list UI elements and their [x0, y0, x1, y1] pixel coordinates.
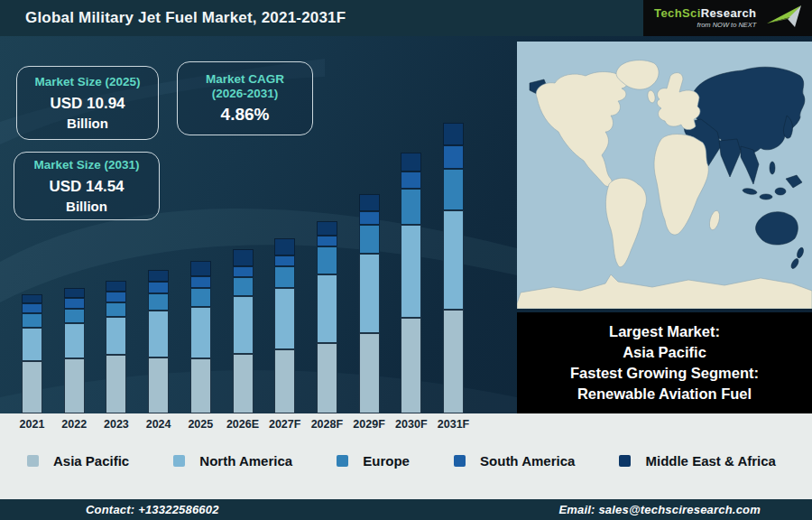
legend-label: Middle East & Africa [645, 453, 775, 469]
x-tick-2031F: 2031F [438, 418, 469, 431]
legend-swatch-europe [337, 455, 348, 467]
segment-asia-pacific [317, 343, 337, 413]
segment-europe [443, 169, 464, 210]
main-panel: Market Size (2025) USD 10.94 Billion Mar… [0, 36, 812, 413]
x-tick-2025: 2025 [188, 418, 213, 431]
segment-north-america [106, 317, 126, 355]
brand-logo: TechSciResearch from NOW to NEXT [643, 0, 812, 36]
segment-south-america [233, 266, 254, 277]
segment-middle-east-africa [274, 238, 295, 255]
stat-box-market-size-2025: Market Size (2025) USD 10.94 Billion [16, 66, 159, 140]
brand-logo-text: TechSciResearch from NOW to NEXT [654, 7, 756, 29]
segment-asia-pacific [22, 361, 42, 413]
map-australia [756, 212, 798, 245]
stat-label: Market Size (2025) [34, 75, 140, 89]
legend-label: Asia Pacific [53, 453, 129, 469]
segment-north-america [401, 225, 421, 318]
legend-swatch-south-america [454, 455, 466, 467]
legend: Asia PacificNorth AmericaEuropeSouth Ame… [0, 453, 812, 469]
brand-tagline: from NOW to NEXT [654, 22, 756, 29]
legend-item-asia-pacific: Asia Pacific [27, 453, 129, 469]
market-info-box: Largest Market: Asia Pacific Fastest Gro… [517, 312, 812, 413]
segment-europe [359, 225, 380, 254]
bar-2031F [443, 123, 464, 413]
segment-middle-east-africa [317, 221, 337, 236]
infographic: Global Military Jet Fuel Market, 2021-20… [0, 0, 812, 520]
segment-south-america [274, 255, 295, 266]
world-map [517, 42, 812, 309]
stat-box-market-size-2031: Market Size (2031) USD 14.54 Billion [14, 152, 160, 220]
x-tick-2024: 2024 [146, 418, 171, 431]
bar-2026E [233, 249, 254, 413]
brand-name-secondary: Research [701, 6, 757, 20]
title-bar: Global Military Jet Fuel Market, 2021-20… [0, 0, 643, 36]
segment-middle-east-africa [233, 249, 254, 266]
segment-south-america [359, 211, 380, 225]
info-line: Largest Market: [609, 321, 720, 342]
x-tick-2026E: 2026E [226, 418, 259, 431]
x-tick-2029F: 2029F [353, 418, 384, 431]
bar-2028F [317, 221, 337, 413]
segment-north-america [64, 323, 85, 358]
header: Global Military Jet Fuel Market, 2021-20… [0, 0, 812, 36]
segment-europe [233, 277, 254, 296]
segment-middle-east-africa [443, 123, 464, 145]
x-tick-2022: 2022 [61, 418, 87, 431]
x-tick-2023: 2023 [104, 418, 129, 431]
segment-south-america [401, 172, 421, 189]
segment-asia-pacific [190, 358, 211, 413]
stat-box-market-cagr: Market CAGR (2026-2031) 4.86% [177, 61, 313, 135]
segment-middle-east-africa [148, 270, 169, 282]
right-panel: Largest Market: Asia Pacific Fastest Gro… [517, 42, 812, 413]
bar-2030F [401, 153, 421, 413]
bar-2021 [22, 294, 42, 413]
segment-europe [106, 302, 126, 317]
bar-2027F [274, 238, 295, 413]
segment-middle-east-africa [22, 294, 42, 303]
segment-asia-pacific [106, 355, 126, 413]
bar-2023 [106, 281, 126, 413]
map-indonesia-3 [775, 188, 786, 195]
segment-south-america [148, 282, 169, 293]
footer: Contact: +13322586602 Email: sales@techs… [0, 499, 812, 520]
segment-north-america [22, 328, 42, 361]
legend-label: South America [480, 453, 575, 469]
info-line: Fastest Growing Segment: [570, 363, 759, 384]
segment-middle-east-africa [64, 288, 85, 298]
segment-north-america [274, 288, 295, 349]
year-labels: 202120222023202420252026E2027F2028F2029F… [0, 418, 517, 436]
segment-asia-pacific [233, 354, 254, 413]
segment-asia-pacific [148, 358, 169, 413]
segment-middle-east-africa [106, 281, 126, 292]
segment-asia-pacific [401, 318, 421, 413]
map-indonesia-2 [760, 194, 772, 200]
segment-europe [64, 309, 85, 323]
legend-label: Europe [363, 453, 410, 469]
x-tick-2021: 2021 [20, 418, 45, 431]
segment-north-america [148, 311, 169, 358]
bar-2025 [190, 261, 211, 413]
legend-swatch-north-america [173, 455, 185, 467]
page-title: Global Military Jet Fuel Market, 2021-20… [25, 9, 346, 27]
segment-europe [148, 293, 169, 311]
stat-value: USD 10.94 [50, 95, 125, 113]
contact-phone: Contact: +13322586602 [86, 503, 219, 516]
segment-asia-pacific [359, 333, 380, 413]
segment-south-america [190, 276, 211, 288]
segment-north-america [233, 296, 254, 354]
segment-europe [317, 246, 337, 274]
segment-north-america [317, 274, 337, 343]
legend-swatch-middle-east-africa [619, 455, 631, 467]
info-line: Asia Pacific [623, 342, 706, 363]
stat-value: 4.86% [221, 105, 270, 125]
bar-2022 [64, 288, 85, 413]
segment-north-america [359, 254, 380, 333]
brand-name-primary: TechSci [654, 6, 701, 20]
legend-item-middle-east-africa: Middle East & Africa [619, 453, 775, 469]
info-line: Renewable Aviation Fuel [577, 384, 752, 404]
stat-value: USD 14.54 [49, 178, 124, 196]
segment-middle-east-africa [190, 261, 211, 276]
segment-south-america [22, 303, 42, 313]
segment-south-america [106, 292, 126, 302]
x-tick-2028F: 2028F [311, 418, 343, 431]
